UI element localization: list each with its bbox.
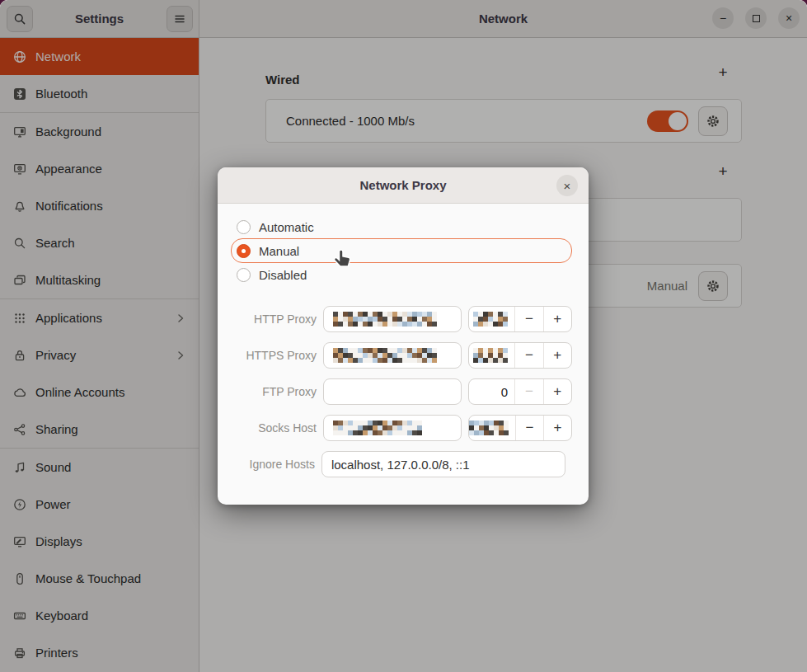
http-proxy-row: HTTP Proxy − + (231, 306, 572, 332)
ftp-proxy-label: FTP Proxy (231, 385, 317, 398)
http-proxy-port-value[interactable] (469, 307, 514, 331)
socks-host-row: Socks Host − + (231, 415, 572, 441)
https-proxy-host-input[interactable] (323, 342, 462, 369)
dialog-title: Network Proxy (218, 167, 589, 204)
socks-port-spinner: − + (468, 415, 572, 441)
mouse-cursor-pointer (332, 248, 354, 273)
port-increment-button[interactable]: + (543, 379, 571, 404)
ignore-hosts-row: Ignore Hosts localhost, 127.0.0.0/8, ::1 (231, 451, 572, 477)
radio-icon (237, 268, 251, 282)
port-increment-button[interactable]: + (543, 343, 571, 368)
ftp-proxy-row: FTP Proxy 0 − + (231, 378, 572, 405)
dialog-headerbar: Network Proxy × (218, 167, 589, 204)
radio-selected-icon (237, 244, 251, 258)
redacted-host-value (333, 421, 422, 435)
port-decrement-button[interactable]: − (515, 416, 543, 440)
network-proxy-dialog: Network Proxy × Automatic Manual Disable… (218, 167, 589, 505)
redacted-host-value (333, 312, 437, 327)
port-increment-button[interactable]: + (543, 307, 571, 331)
http-proxy-port-spinner: − + (468, 306, 572, 332)
settings-window: Settings Network − × Network Bluetooth (0, 0, 807, 672)
radio-icon (237, 220, 251, 234)
redacted-port-value (473, 312, 508, 327)
port-increment-button[interactable]: + (543, 416, 571, 440)
https-proxy-port-spinner: − + (468, 342, 572, 369)
socks-host-label: Socks Host (231, 421, 317, 435)
dialog-close-button[interactable]: × (556, 175, 578, 196)
proxy-mode-automatic[interactable]: Automatic (231, 215, 572, 238)
dialog-body: Automatic Manual Disabled HTTP Proxy (218, 204, 589, 477)
ftp-proxy-host-input[interactable] (323, 378, 462, 405)
ignore-hosts-input[interactable]: localhost, 127.0.0.0/8, ::1 (321, 451, 565, 477)
https-proxy-label: HTTPS Proxy (231, 349, 317, 362)
https-proxy-row: HTTPS Proxy − + (231, 342, 572, 369)
ftp-proxy-port-spinner: 0 − + (468, 378, 572, 405)
ftp-proxy-port-value[interactable]: 0 (469, 379, 514, 404)
proxy-mode-disabled[interactable]: Disabled (231, 263, 572, 286)
redacted-port-value (473, 348, 508, 363)
http-proxy-label: HTTP Proxy (231, 313, 317, 326)
port-decrement-button-disabled: − (514, 379, 542, 404)
https-proxy-port-value[interactable] (469, 343, 514, 368)
redacted-port-value (469, 421, 509, 435)
socks-host-input[interactable] (323, 415, 462, 441)
ignore-hosts-label: Ignore Hosts (231, 458, 315, 471)
redacted-host-value (333, 348, 437, 363)
http-proxy-host-input[interactable] (323, 306, 462, 332)
port-decrement-button[interactable]: − (514, 307, 542, 331)
port-decrement-button[interactable]: − (514, 343, 542, 368)
ignore-hosts-value: localhost, 127.0.0.0/8, ::1 (331, 458, 470, 472)
proxy-mode-manual[interactable]: Manual (231, 238, 572, 263)
socks-port-value[interactable] (469, 416, 515, 440)
